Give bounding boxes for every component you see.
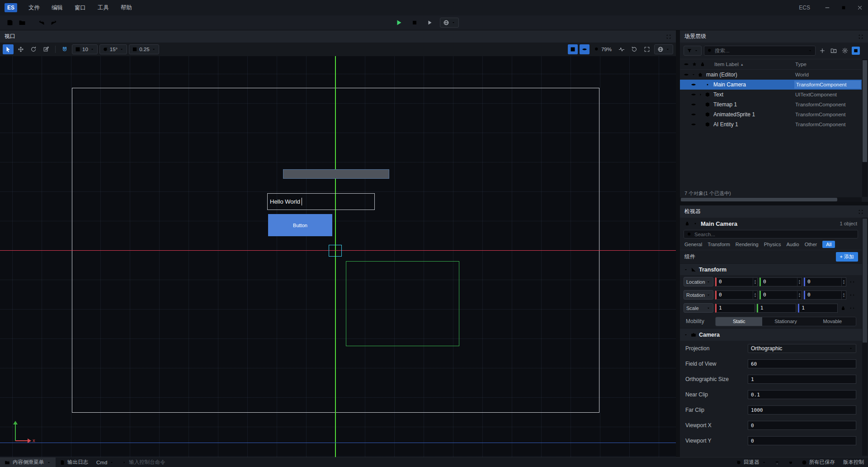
play-button[interactable] (392, 17, 405, 29)
content-drawer-button[interactable]: 内容侧滑菜单 (0, 457, 56, 467)
orthographic-size-field[interactable]: 1 (748, 375, 856, 384)
visibility-eye-icon[interactable] (691, 112, 698, 117)
near-clip-field[interactable]: 0.1 (748, 390, 856, 399)
inspector-search-input[interactable]: Search... (684, 230, 858, 238)
network-status-button[interactable] (770, 457, 784, 467)
visibility-eye-icon[interactable] (691, 102, 698, 107)
maximize-button[interactable] (835, 0, 852, 15)
camera-mode-dropdown[interactable] (654, 44, 673, 54)
hierarchy-row-tilemap[interactable]: Tilemap 1 TransformComponent (680, 100, 862, 110)
hierarchy-expand-icon[interactable] (858, 34, 863, 39)
gizmo-visibility-toggle[interactable] (580, 44, 590, 54)
select-tool-button[interactable] (3, 44, 14, 54)
panel-toggle-button[interactable] (852, 47, 860, 55)
stop-button[interactable] (408, 17, 420, 29)
link-axes-icon[interactable] (848, 279, 856, 285)
redo-button[interactable] (47, 17, 60, 29)
rollback-dropdown[interactable]: 回退器 (732, 457, 770, 467)
fullscreen-button[interactable] (642, 44, 652, 54)
hierarchy-vertical-scrollbar[interactable] (862, 59, 868, 197)
add-entity-button[interactable] (818, 46, 827, 55)
rotate-tool-button[interactable] (28, 44, 39, 54)
link-axes-icon[interactable] (848, 305, 856, 311)
viewport-canvas[interactable]: Hello World Button x (0, 56, 676, 457)
grid-size-dropdown[interactable]: 10 (72, 44, 98, 54)
close-button[interactable] (852, 0, 868, 15)
rotation-z-field[interactable]: 0▲▼ (804, 291, 846, 300)
visibility-eye-icon[interactable] (691, 92, 698, 97)
tab-general[interactable]: General (684, 242, 702, 247)
connection-button[interactable] (784, 457, 797, 467)
menu-window[interactable]: 窗口 (69, 2, 92, 14)
tab-audio[interactable]: Audio (787, 242, 799, 247)
hierarchy-row-main[interactable]: main (Editor) World (680, 70, 862, 80)
step-button[interactable] (424, 17, 436, 29)
move-tool-button[interactable] (15, 44, 26, 54)
panel-splitter[interactable] (676, 30, 680, 457)
rotation-snap-dropdown[interactable]: 15° (99, 44, 127, 54)
scale-dropdown[interactable]: Scale (684, 303, 713, 313)
zoom-indicator[interactable]: 79% (591, 47, 614, 52)
viewport-x-field[interactable]: 0 (748, 421, 856, 430)
mobility-static-option[interactable]: Static (716, 317, 762, 326)
uniform-scale-lock-icon[interactable] (840, 305, 846, 311)
lock-column-icon[interactable] (700, 62, 705, 67)
inspector-vertical-scrollbar[interactable] (862, 218, 868, 456)
scale-z-field[interactable]: 1 (798, 304, 838, 313)
link-axes-icon[interactable] (848, 292, 856, 298)
viewport-expand-icon[interactable] (666, 34, 671, 39)
menu-tools[interactable]: 工具 (92, 2, 115, 14)
collapsed-caret-icon[interactable] (698, 92, 705, 97)
panel-scene-element[interactable] (283, 169, 389, 179)
camera-section-header[interactable]: Camera (680, 328, 868, 341)
reset-view-button[interactable] (629, 44, 640, 54)
hierarchy-search-input[interactable]: 搜索... (704, 46, 816, 56)
save-status[interactable]: 所有已保存 (797, 457, 840, 467)
hierarchy-row-main-camera[interactable]: Main Camera TransformComponent (680, 80, 862, 90)
snap-toggle-button[interactable] (59, 44, 70, 54)
hierarchy-row-text[interactable]: Text UITextComponent (680, 90, 862, 100)
menu-file[interactable]: 文件 (23, 2, 46, 14)
rotation-y-field[interactable]: 0▲▼ (760, 291, 802, 300)
hierarchy-row-animatedsprite[interactable]: AnimatedSprite 1 TransformComponent (680, 110, 862, 119)
output-log-button[interactable]: 输出日志 (56, 457, 92, 467)
visibility-column-icon[interactable] (684, 62, 689, 67)
viewport-y-field[interactable]: 0 (748, 436, 856, 445)
console-command-input[interactable]: 输入控制台命令 (118, 457, 170, 467)
rotation-x-field[interactable]: 0▲▼ (715, 291, 758, 300)
location-dropdown[interactable]: Location (684, 277, 713, 286)
minimize-button[interactable] (819, 0, 835, 15)
scale-x-field[interactable]: 1 (715, 304, 755, 313)
hierarchy-row-ai-entity[interactable]: AI Entity 1 TransformComponent (680, 119, 862, 129)
run-target-dropdown[interactable] (440, 18, 459, 28)
menu-help[interactable]: 帮助 (115, 2, 138, 14)
inspector-expand-icon[interactable] (858, 209, 863, 214)
location-z-field[interactable]: 0▲▼ (804, 277, 846, 286)
scale-snap-dropdown[interactable]: 0.25 (129, 44, 159, 54)
visibility-eye-icon[interactable] (684, 72, 691, 77)
hierarchy-settings-button[interactable] (840, 46, 849, 55)
mobility-stationary-option[interactable]: Stationary (762, 317, 809, 326)
menu-edit[interactable]: 编辑 (46, 2, 69, 14)
field-of-view-field[interactable]: 60 (748, 359, 856, 368)
edit-tool-button[interactable] (41, 44, 52, 54)
tab-other[interactable]: Other (805, 242, 817, 247)
visibility-eye-icon[interactable] (691, 122, 698, 127)
expand-caret-icon[interactable] (691, 72, 698, 77)
text-scene-element[interactable]: Hello World (267, 193, 375, 210)
region-outline[interactable] (346, 261, 459, 346)
visibility-eye-icon[interactable] (691, 82, 698, 87)
rotation-dropdown[interactable]: Rotation (684, 290, 713, 300)
open-folder-button[interactable] (16, 17, 28, 29)
tab-all[interactable]: All (822, 241, 835, 248)
tab-physics[interactable]: Physics (764, 242, 781, 247)
location-x-field[interactable]: 0▲▼ (715, 277, 758, 286)
mobility-movable-option[interactable]: Movable (809, 317, 856, 326)
version-control-button[interactable]: 版本控制 (839, 457, 868, 467)
transform-section-header[interactable]: Transform (680, 263, 868, 275)
scale-y-field[interactable]: 1 (757, 304, 797, 313)
stats-button[interactable] (616, 44, 627, 54)
hierarchy-horizontal-scrollbar[interactable] (680, 197, 862, 202)
tab-rendering[interactable]: Rendering (736, 242, 759, 247)
add-component-button[interactable]: + 添加 (836, 252, 858, 262)
